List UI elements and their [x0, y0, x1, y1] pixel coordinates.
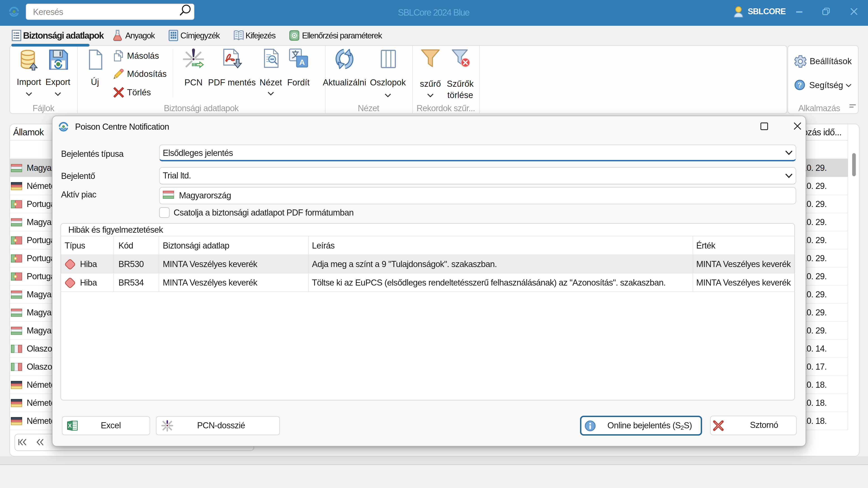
svg-text:X: X	[68, 422, 72, 429]
svg-text:?: ?	[798, 81, 802, 89]
svg-text:A: A	[299, 58, 305, 66]
